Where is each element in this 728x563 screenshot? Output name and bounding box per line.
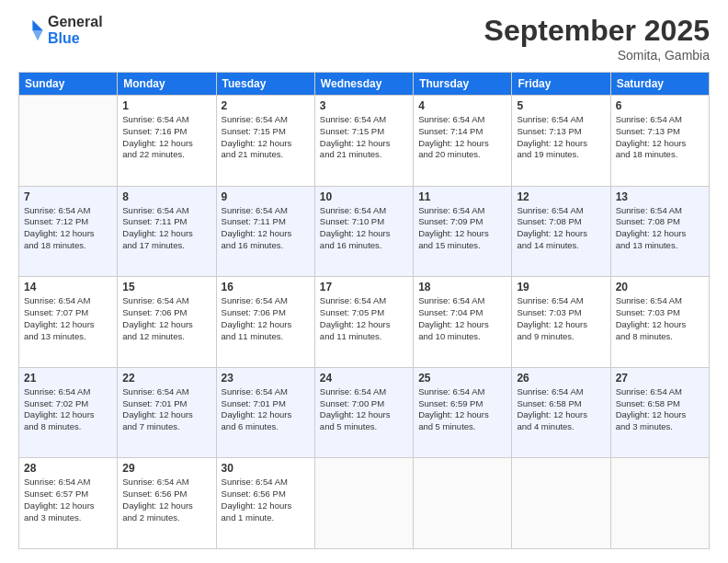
day-info: Sunrise: 6:54 AM Sunset: 7:00 PM Dayligh… xyxy=(320,386,408,433)
table-cell: 18Sunrise: 6:54 AM Sunset: 7:04 PM Dayli… xyxy=(414,277,512,368)
title-area: September 2025 Somita, Gambia xyxy=(484,14,710,63)
day-number: 23 xyxy=(222,372,310,385)
day-number: 30 xyxy=(222,462,310,475)
calendar-table: Sunday Monday Tuesday Wednesday Thursday… xyxy=(18,72,710,549)
day-number: 20 xyxy=(616,281,704,293)
day-info: Sunrise: 6:54 AM Sunset: 7:13 PM Dayligh… xyxy=(517,114,605,161)
table-cell: 4Sunrise: 6:54 AM Sunset: 7:14 PM Daylig… xyxy=(414,96,512,187)
table-cell: 15Sunrise: 6:54 AM Sunset: 7:06 PM Dayli… xyxy=(118,277,216,368)
table-cell: 2Sunrise: 6:54 AM Sunset: 7:15 PM Daylig… xyxy=(216,96,314,187)
day-info: Sunrise: 6:54 AM Sunset: 7:06 PM Dayligh… xyxy=(222,295,310,342)
day-number: 29 xyxy=(122,462,210,475)
day-number: 4 xyxy=(418,99,506,112)
table-cell: 8Sunrise: 6:54 AM Sunset: 7:11 PM Daylig… xyxy=(118,186,216,277)
table-cell: 19Sunrise: 6:54 AM Sunset: 7:03 PM Dayli… xyxy=(512,277,610,368)
day-number: 25 xyxy=(418,372,506,385)
day-number: 24 xyxy=(320,372,408,385)
table-cell xyxy=(512,458,610,549)
day-number: 2 xyxy=(222,99,310,112)
month-title: September 2025 xyxy=(484,14,710,48)
table-cell xyxy=(314,458,413,549)
day-number: 17 xyxy=(320,281,408,293)
day-info: Sunrise: 6:54 AM Sunset: 6:58 PM Dayligh… xyxy=(517,386,605,433)
day-number: 6 xyxy=(616,99,704,112)
day-number: 11 xyxy=(418,190,506,203)
week-row-1: 1Sunrise: 6:54 AM Sunset: 7:16 PM Daylig… xyxy=(19,96,710,187)
table-cell: 6Sunrise: 6:54 AM Sunset: 7:13 PM Daylig… xyxy=(610,96,709,187)
day-number: 12 xyxy=(517,190,605,203)
table-cell: 1Sunrise: 6:54 AM Sunset: 7:16 PM Daylig… xyxy=(118,96,216,187)
day-number: 5 xyxy=(517,99,605,112)
day-info: Sunrise: 6:54 AM Sunset: 7:01 PM Dayligh… xyxy=(122,386,210,433)
day-number: 19 xyxy=(517,281,605,293)
table-cell: 26Sunrise: 6:54 AM Sunset: 6:58 PM Dayli… xyxy=(512,367,610,458)
table-cell: 5Sunrise: 6:54 AM Sunset: 7:13 PM Daylig… xyxy=(512,96,610,187)
day-info: Sunrise: 6:54 AM Sunset: 7:09 PM Dayligh… xyxy=(418,205,506,252)
day-info: Sunrise: 6:54 AM Sunset: 6:59 PM Dayligh… xyxy=(418,386,506,433)
table-cell: 23Sunrise: 6:54 AM Sunset: 7:01 PM Dayli… xyxy=(216,367,314,458)
header-monday: Monday xyxy=(118,73,216,96)
day-info: Sunrise: 6:54 AM Sunset: 7:03 PM Dayligh… xyxy=(616,295,704,342)
table-cell: 12Sunrise: 6:54 AM Sunset: 7:08 PM Dayli… xyxy=(512,186,610,277)
day-info: Sunrise: 6:54 AM Sunset: 7:16 PM Dayligh… xyxy=(122,114,210,161)
table-cell: 27Sunrise: 6:54 AM Sunset: 6:58 PM Dayli… xyxy=(610,367,709,458)
table-cell: 28Sunrise: 6:54 AM Sunset: 6:57 PM Dayli… xyxy=(19,458,118,549)
day-number: 22 xyxy=(122,372,210,385)
header: General Blue September 2025 Somita, Gamb… xyxy=(18,14,710,63)
day-number: 15 xyxy=(122,281,210,293)
week-row-4: 21Sunrise: 6:54 AM Sunset: 7:02 PM Dayli… xyxy=(19,367,710,458)
day-info: Sunrise: 6:54 AM Sunset: 6:57 PM Dayligh… xyxy=(24,477,112,523)
table-cell: 25Sunrise: 6:54 AM Sunset: 6:59 PM Dayli… xyxy=(414,367,512,458)
table-cell: 11Sunrise: 6:54 AM Sunset: 7:09 PM Dayli… xyxy=(414,186,512,277)
day-number: 9 xyxy=(222,190,310,203)
day-info: Sunrise: 6:54 AM Sunset: 7:06 PM Dayligh… xyxy=(122,295,210,342)
weekday-header-row: Sunday Monday Tuesday Wednesday Thursday… xyxy=(19,73,710,96)
svg-marker-1 xyxy=(32,30,42,40)
day-info: Sunrise: 6:54 AM Sunset: 7:11 PM Dayligh… xyxy=(122,205,210,252)
table-cell xyxy=(414,458,512,549)
day-number: 16 xyxy=(222,281,310,293)
table-cell xyxy=(610,458,709,549)
table-cell: 22Sunrise: 6:54 AM Sunset: 7:01 PM Dayli… xyxy=(118,367,216,458)
day-number: 14 xyxy=(24,281,112,293)
day-number: 7 xyxy=(24,190,112,203)
day-info: Sunrise: 6:54 AM Sunset: 7:15 PM Dayligh… xyxy=(222,114,310,161)
table-cell: 10Sunrise: 6:54 AM Sunset: 7:10 PM Dayli… xyxy=(314,186,413,277)
day-info: Sunrise: 6:54 AM Sunset: 7:08 PM Dayligh… xyxy=(616,205,704,252)
day-info: Sunrise: 6:54 AM Sunset: 7:04 PM Dayligh… xyxy=(418,295,506,342)
day-info: Sunrise: 6:54 AM Sunset: 7:03 PM Dayligh… xyxy=(517,295,605,342)
table-cell: 7Sunrise: 6:54 AM Sunset: 7:12 PM Daylig… xyxy=(19,186,118,277)
day-number: 3 xyxy=(320,99,408,112)
header-sunday: Sunday xyxy=(19,73,118,96)
location-subtitle: Somita, Gambia xyxy=(484,48,710,63)
day-info: Sunrise: 6:54 AM Sunset: 7:14 PM Dayligh… xyxy=(418,114,506,161)
table-cell: 24Sunrise: 6:54 AM Sunset: 7:00 PM Dayli… xyxy=(314,367,413,458)
table-cell: 14Sunrise: 6:54 AM Sunset: 7:07 PM Dayli… xyxy=(19,277,118,368)
day-number: 18 xyxy=(418,281,506,293)
day-number: 13 xyxy=(616,190,704,203)
table-cell: 16Sunrise: 6:54 AM Sunset: 7:06 PM Dayli… xyxy=(216,277,314,368)
table-cell: 20Sunrise: 6:54 AM Sunset: 7:03 PM Dayli… xyxy=(610,277,709,368)
table-cell: 29Sunrise: 6:54 AM Sunset: 6:56 PM Dayli… xyxy=(118,458,216,549)
day-info: Sunrise: 6:54 AM Sunset: 6:56 PM Dayligh… xyxy=(122,477,210,523)
table-cell: 30Sunrise: 6:54 AM Sunset: 6:56 PM Dayli… xyxy=(216,458,314,549)
day-info: Sunrise: 6:54 AM Sunset: 7:08 PM Dayligh… xyxy=(517,205,605,252)
day-info: Sunrise: 6:54 AM Sunset: 6:58 PM Dayligh… xyxy=(616,386,704,433)
table-cell xyxy=(19,96,118,187)
header-thursday: Thursday xyxy=(414,73,512,96)
header-wednesday: Wednesday xyxy=(314,73,413,96)
header-saturday: Saturday xyxy=(610,73,709,96)
table-cell: 3Sunrise: 6:54 AM Sunset: 7:15 PM Daylig… xyxy=(314,96,413,187)
day-info: Sunrise: 6:54 AM Sunset: 7:10 PM Dayligh… xyxy=(320,205,408,252)
day-number: 27 xyxy=(616,372,704,385)
day-info: Sunrise: 6:54 AM Sunset: 7:13 PM Dayligh… xyxy=(616,114,704,161)
logo-text: General Blue xyxy=(48,14,103,47)
day-info: Sunrise: 6:54 AM Sunset: 7:02 PM Dayligh… xyxy=(24,386,112,433)
header-tuesday: Tuesday xyxy=(216,73,314,96)
day-info: Sunrise: 6:54 AM Sunset: 7:12 PM Dayligh… xyxy=(24,205,112,252)
logo-icon xyxy=(18,17,44,43)
calendar-page: General Blue September 2025 Somita, Gamb… xyxy=(0,0,728,563)
table-cell: 13Sunrise: 6:54 AM Sunset: 7:08 PM Dayli… xyxy=(610,186,709,277)
day-number: 8 xyxy=(122,190,210,203)
day-number: 1 xyxy=(122,99,210,112)
